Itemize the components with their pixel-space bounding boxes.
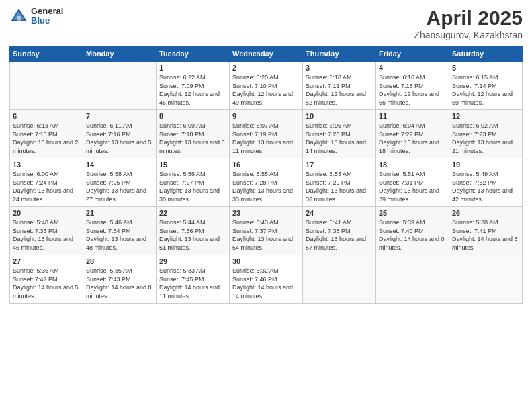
- calendar-cell: 30Sunrise: 5:32 AMSunset: 7:46 PMDayligh…: [230, 255, 303, 304]
- day-info: Sunrise: 6:18 AMSunset: 7:11 PMDaylight:…: [306, 73, 373, 107]
- calendar-cell: 27Sunrise: 5:36 AMSunset: 7:42 PMDayligh…: [10, 255, 83, 304]
- day-number: 5: [452, 64, 519, 72]
- day-number: 13: [13, 161, 80, 169]
- day-info: Sunrise: 6:22 AMSunset: 7:09 PMDaylight:…: [159, 73, 226, 107]
- day-info: Sunrise: 5:39 AMSunset: 7:40 PMDaylight:…: [379, 218, 446, 252]
- day-info: Sunrise: 6:04 AMSunset: 7:22 PMDaylight:…: [379, 122, 446, 155]
- calendar-cell: 20Sunrise: 5:48 AMSunset: 7:33 PMDayligh…: [10, 207, 83, 255]
- calendar-cell: 2Sunrise: 6:20 AMSunset: 7:10 PMDaylight…: [230, 62, 303, 110]
- day-info: Sunrise: 6:20 AMSunset: 7:10 PMDaylight:…: [232, 73, 300, 107]
- header: General Blue April 2025 Zhansugurov, Kaz…: [9, 7, 523, 40]
- calendar-cell: 4Sunrise: 6:16 AMSunset: 7:13 PMDaylight…: [376, 62, 449, 110]
- day-info: Sunrise: 5:51 AMSunset: 7:31 PMDaylight:…: [379, 170, 446, 203]
- day-info: Sunrise: 6:13 AMSunset: 7:15 PMDaylight:…: [13, 122, 80, 155]
- day-number: 11: [379, 112, 446, 120]
- calendar-week-row: 1Sunrise: 6:22 AMSunset: 7:09 PMDaylight…: [10, 62, 523, 110]
- calendar-cell: 15Sunrise: 5:56 AMSunset: 7:27 PMDayligh…: [157, 158, 230, 207]
- calendar-cell: 5Sunrise: 6:15 AMSunset: 7:14 PMDaylight…: [449, 62, 523, 110]
- calendar-cell: 11Sunrise: 6:04 AMSunset: 7:22 PMDayligh…: [376, 110, 449, 158]
- day-number: 18: [379, 161, 446, 169]
- day-number: 7: [86, 112, 153, 120]
- day-number: 16: [232, 161, 300, 169]
- calendar-col-saturday: Saturday: [449, 46, 523, 62]
- page: General Blue April 2025 Zhansugurov, Kaz…: [0, 0, 532, 411]
- title-area: April 2025 Zhansugurov, Kazakhstan: [414, 7, 523, 40]
- calendar-cell: 3Sunrise: 6:18 AMSunset: 7:11 PMDaylight…: [303, 62, 376, 110]
- day-info: Sunrise: 5:55 AMSunset: 7:28 PMDaylight:…: [232, 170, 300, 203]
- calendar-table: SundayMondayTuesdayWednesdayThursdayFrid…: [9, 46, 523, 304]
- day-number: 21: [86, 209, 153, 217]
- day-number: 22: [159, 209, 226, 217]
- calendar-cell: [83, 62, 157, 110]
- day-info: Sunrise: 5:33 AMSunset: 7:45 PMDaylight:…: [159, 267, 226, 300]
- day-number: 25: [379, 209, 446, 217]
- calendar-cell: 29Sunrise: 5:33 AMSunset: 7:45 PMDayligh…: [157, 255, 230, 304]
- day-info: Sunrise: 5:43 AMSunset: 7:37 PMDaylight:…: [232, 218, 300, 252]
- day-number: 15: [159, 161, 226, 169]
- day-number: 19: [452, 161, 519, 169]
- day-info: Sunrise: 5:36 AMSunset: 7:42 PMDaylight:…: [13, 267, 80, 300]
- day-info: Sunrise: 5:38 AMSunset: 7:41 PMDaylight:…: [452, 218, 519, 252]
- day-info: Sunrise: 6:02 AMSunset: 7:23 PMDaylight:…: [452, 122, 519, 155]
- calendar-cell: 25Sunrise: 5:39 AMSunset: 7:40 PMDayligh…: [376, 207, 449, 255]
- calendar-cell: 9Sunrise: 6:07 AMSunset: 7:19 PMDaylight…: [230, 110, 303, 158]
- day-info: Sunrise: 6:16 AMSunset: 7:13 PMDaylight:…: [379, 73, 446, 107]
- calendar-cell: 14Sunrise: 5:58 AMSunset: 7:25 PMDayligh…: [83, 158, 157, 207]
- calendar-cell: 13Sunrise: 6:00 AMSunset: 7:24 PMDayligh…: [10, 158, 83, 207]
- day-number: 23: [232, 209, 300, 217]
- calendar-cell: [303, 255, 376, 304]
- calendar-week-row: 6Sunrise: 6:13 AMSunset: 7:15 PMDaylight…: [10, 110, 523, 158]
- calendar-cell: [10, 62, 83, 110]
- day-number: 27: [13, 257, 80, 265]
- calendar-cell: [376, 255, 449, 304]
- calendar-cell: 18Sunrise: 5:51 AMSunset: 7:31 PMDayligh…: [376, 158, 449, 207]
- day-info: Sunrise: 6:15 AMSunset: 7:14 PMDaylight:…: [452, 73, 519, 107]
- day-info: Sunrise: 5:41 AMSunset: 7:38 PMDaylight:…: [306, 218, 373, 252]
- day-number: 14: [86, 161, 153, 169]
- day-number: 1: [159, 64, 226, 72]
- calendar-cell: 10Sunrise: 6:05 AMSunset: 7:20 PMDayligh…: [303, 110, 376, 158]
- day-number: 26: [452, 209, 519, 217]
- day-number: 30: [232, 257, 300, 265]
- calendar-cell: 17Sunrise: 5:53 AMSunset: 7:29 PMDayligh…: [303, 158, 376, 207]
- day-number: 9: [232, 112, 300, 120]
- day-info: Sunrise: 6:05 AMSunset: 7:20 PMDaylight:…: [306, 122, 373, 155]
- logo-text: General Blue: [31, 7, 63, 26]
- calendar-cell: 6Sunrise: 6:13 AMSunset: 7:15 PMDaylight…: [10, 110, 83, 158]
- day-number: 12: [452, 112, 519, 120]
- day-number: 29: [159, 257, 226, 265]
- day-number: 8: [159, 112, 226, 120]
- day-number: 20: [13, 209, 80, 217]
- day-number: 17: [306, 161, 373, 169]
- day-info: Sunrise: 5:32 AMSunset: 7:46 PMDaylight:…: [232, 267, 300, 300]
- logo-general-label: General: [31, 7, 63, 16]
- calendar-week-row: 13Sunrise: 6:00 AMSunset: 7:24 PMDayligh…: [10, 158, 523, 207]
- logo-icon: [9, 7, 28, 26]
- day-number: 2: [232, 64, 300, 72]
- location-title: Zhansugurov, Kazakhstan: [414, 30, 523, 40]
- calendar-col-tuesday: Tuesday: [157, 46, 230, 62]
- calendar-cell: 19Sunrise: 5:49 AMSunset: 7:32 PMDayligh…: [449, 158, 523, 207]
- calendar-cell: 23Sunrise: 5:43 AMSunset: 7:37 PMDayligh…: [230, 207, 303, 255]
- calendar-cell: [449, 255, 523, 304]
- day-info: Sunrise: 5:58 AMSunset: 7:25 PMDaylight:…: [86, 170, 153, 203]
- day-info: Sunrise: 5:44 AMSunset: 7:36 PMDaylight:…: [159, 218, 226, 252]
- logo-blue-label: Blue: [31, 16, 63, 26]
- calendar-week-row: 27Sunrise: 5:36 AMSunset: 7:42 PMDayligh…: [10, 255, 523, 304]
- calendar-week-row: 20Sunrise: 5:48 AMSunset: 7:33 PMDayligh…: [10, 207, 523, 255]
- calendar-col-friday: Friday: [376, 46, 449, 62]
- calendar-cell: 1Sunrise: 6:22 AMSunset: 7:09 PMDaylight…: [157, 62, 230, 110]
- calendar-header-row: SundayMondayTuesdayWednesdayThursdayFrid…: [10, 46, 523, 62]
- calendar-cell: 21Sunrise: 5:46 AMSunset: 7:34 PMDayligh…: [83, 207, 157, 255]
- calendar-cell: 12Sunrise: 6:02 AMSunset: 7:23 PMDayligh…: [449, 110, 523, 158]
- calendar-cell: 26Sunrise: 5:38 AMSunset: 7:41 PMDayligh…: [449, 207, 523, 255]
- logo-area: General Blue: [9, 7, 63, 26]
- calendar-cell: 7Sunrise: 6:11 AMSunset: 7:16 PMDaylight…: [83, 110, 157, 158]
- day-number: 10: [306, 112, 373, 120]
- calendar-cell: 24Sunrise: 5:41 AMSunset: 7:38 PMDayligh…: [303, 207, 376, 255]
- day-info: Sunrise: 6:09 AMSunset: 7:18 PMDaylight:…: [159, 122, 226, 155]
- day-number: 28: [86, 257, 153, 265]
- calendar-col-thursday: Thursday: [303, 46, 376, 62]
- month-title: April 2025: [414, 7, 523, 30]
- calendar-cell: 22Sunrise: 5:44 AMSunset: 7:36 PMDayligh…: [157, 207, 230, 255]
